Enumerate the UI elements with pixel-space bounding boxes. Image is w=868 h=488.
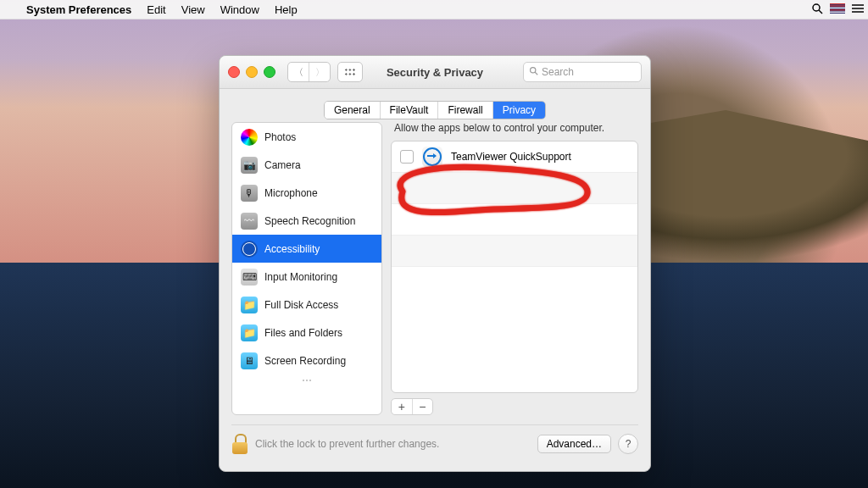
speech-icon: 〰 — [241, 213, 258, 230]
search-icon — [529, 66, 538, 78]
sidebar-item-label: Accessibility — [264, 243, 320, 255]
app-list[interactable]: TeamViewer QuickSupport — [391, 141, 638, 393]
app-name-label: TeamViewer QuickSupport — [451, 151, 571, 163]
app-row-teamviewer[interactable]: TeamViewer QuickSupport — [392, 141, 637, 173]
sidebar-item-label: Full Disk Access — [264, 299, 338, 311]
tab-privacy[interactable]: Privacy — [492, 102, 545, 119]
sidebar-item-speech[interactable]: 〰 Speech Recognition — [232, 207, 381, 235]
titlebar: 〈 〉 Security & Privacy Search — [220, 56, 650, 89]
spotlight-icon[interactable] — [807, 3, 827, 17]
input-source-icon[interactable] — [827, 3, 848, 16]
more-indicator: ⋯ — [232, 374, 381, 388]
pane-heading: Allow the apps below to control your com… — [394, 122, 635, 134]
nav-buttons: 〈 〉 — [287, 62, 331, 82]
svg-rect-3 — [830, 3, 845, 4]
sidebar-item-full-disk[interactable]: 📁 Full Disk Access — [232, 291, 381, 319]
search-field[interactable]: Search — [523, 62, 642, 82]
help-button[interactable]: ? — [618, 434, 638, 454]
display-icon: 🖥 — [241, 352, 258, 369]
close-button[interactable] — [228, 66, 240, 78]
sidebar-item-photos[interactable]: Photos — [232, 123, 381, 151]
sidebar-item-label: Files and Folders — [264, 327, 342, 339]
sidebar-item-label: Photos — [264, 131, 296, 143]
sidebar-item-label: Screen Recording — [264, 355, 346, 367]
tab-bar: General FileVault Firewall Privacy — [220, 101, 650, 119]
sidebar-item-label: Speech Recognition — [264, 215, 355, 227]
sidebar-item-files-folders[interactable]: 📁 Files and Folders — [232, 319, 381, 347]
svg-rect-5 — [830, 7, 845, 8]
sidebar-item-camera[interactable]: 📷 Camera — [232, 151, 381, 179]
svg-rect-4 — [830, 5, 845, 6]
svg-line-12 — [535, 72, 537, 75]
svg-point-0 — [813, 4, 820, 11]
svg-rect-6 — [830, 9, 845, 10]
svg-line-1 — [819, 10, 822, 14]
keyboard-icon: ⌨ — [241, 269, 258, 286]
microphone-icon: 🎙 — [241, 185, 258, 202]
sidebar-item-accessibility[interactable]: Accessibility — [232, 235, 381, 263]
advanced-button[interactable]: Advanced… — [537, 435, 611, 453]
menu-help[interactable]: Help — [267, 3, 305, 16]
teamviewer-icon — [422, 147, 442, 167]
back-button[interactable]: 〈 — [288, 63, 309, 81]
sidebar-item-screen-recording[interactable]: 🖥 Screen Recording — [232, 347, 381, 374]
add-button[interactable]: + — [392, 399, 412, 414]
svg-rect-7 — [830, 11, 845, 12]
menu-app[interactable]: System Preferences — [19, 3, 139, 16]
zoom-button[interactable] — [264, 66, 275, 78]
app-row-empty — [392, 204, 637, 236]
search-placeholder: Search — [542, 66, 574, 78]
svg-point-11 — [531, 68, 536, 73]
photos-icon — [241, 129, 258, 146]
menu-bar: System Preferences Edit View Window Help — [0, 0, 868, 19]
app-row-empty — [392, 236, 637, 267]
sidebar-item-microphone[interactable]: 🎙 Microphone — [232, 179, 381, 207]
menu-edit[interactable]: Edit — [139, 3, 173, 16]
add-remove-control: + − — [391, 398, 433, 415]
control-center-icon[interactable] — [848, 3, 868, 16]
preferences-window: 〈 〉 Security & Privacy Search General Fi… — [219, 55, 651, 472]
app-checkbox[interactable] — [400, 150, 414, 164]
tab-firewall[interactable]: Firewall — [437, 102, 492, 119]
tab-general[interactable]: General — [325, 102, 380, 119]
folder-icon: 📁 — [241, 297, 258, 313]
sidebar-item-label: Input Monitoring — [264, 271, 337, 283]
window-controls — [228, 66, 275, 78]
app-row-empty — [392, 173, 637, 204]
accessibility-icon — [241, 241, 258, 258]
show-all-button[interactable] — [337, 62, 363, 82]
sidebar-item-label: Camera — [264, 159, 301, 171]
app-row-empty — [392, 267, 637, 297]
minimize-button[interactable] — [246, 66, 258, 78]
forward-button[interactable]: 〉 — [309, 63, 330, 81]
window-footer: Click the lock to prevent further change… — [231, 424, 638, 463]
remove-button[interactable]: − — [412, 399, 433, 414]
sidebar-item-label: Microphone — [264, 187, 318, 199]
tab-filevault[interactable]: FileVault — [380, 102, 438, 119]
sidebar-item-input-monitoring[interactable]: ⌨ Input Monitoring — [232, 263, 381, 291]
menu-view[interactable]: View — [174, 3, 213, 16]
camera-icon: 📷 — [241, 157, 258, 174]
folder-icon: 📁 — [241, 324, 258, 341]
lock-text: Click the lock to prevent further change… — [255, 438, 439, 450]
menu-window[interactable]: Window — [213, 3, 267, 16]
privacy-category-list[interactable]: Photos 📷 Camera 🎙 Microphone 〰 Speech Re… — [231, 122, 382, 415]
lock-icon[interactable] — [231, 434, 248, 454]
